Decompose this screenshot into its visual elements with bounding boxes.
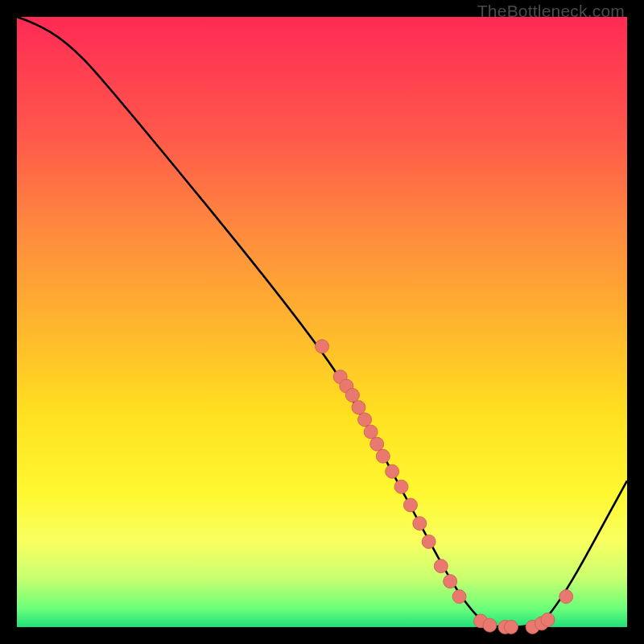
data-marker: [541, 613, 555, 626]
chart-plot-area: [17, 17, 627, 627]
data-marker: [394, 480, 408, 493]
chart-svg: [17, 17, 627, 627]
data-marker: [413, 517, 427, 530]
data-markers: [316, 340, 573, 634]
data-marker: [345, 388, 359, 402]
curve-line: [17, 17, 627, 627]
data-marker: [422, 535, 436, 548]
data-marker: [403, 498, 417, 512]
data-marker: [364, 425, 378, 439]
data-marker: [559, 590, 573, 604]
data-marker: [434, 559, 448, 573]
data-marker: [358, 413, 372, 427]
data-marker: [504, 621, 518, 634]
data-marker: [316, 340, 329, 353]
data-marker: [370, 437, 384, 451]
data-marker: [352, 401, 365, 415]
image-root: TheBottleneck.com: [0, 0, 644, 644]
data-marker: [376, 449, 390, 463]
data-marker: [483, 618, 497, 632]
data-marker: [444, 575, 457, 588]
data-marker: [386, 464, 399, 478]
data-marker: [452, 590, 466, 604]
